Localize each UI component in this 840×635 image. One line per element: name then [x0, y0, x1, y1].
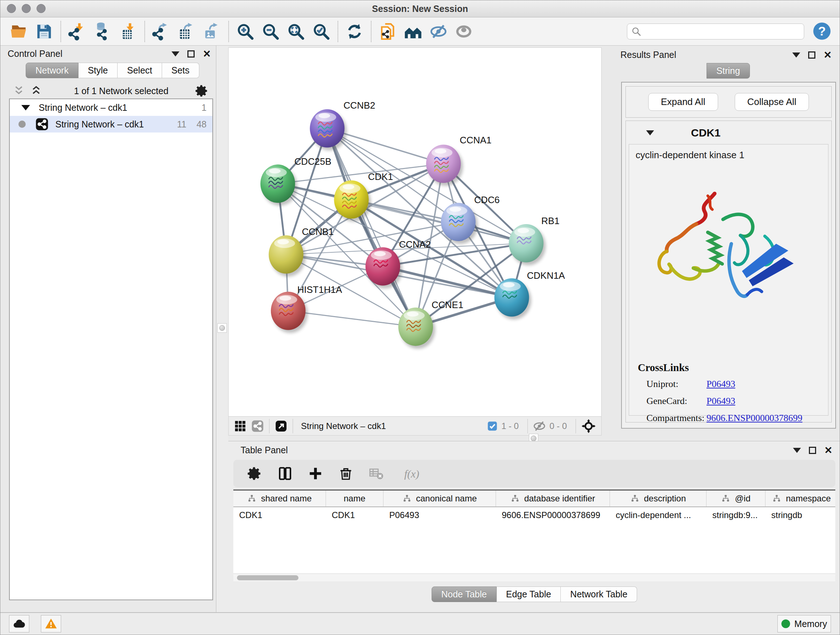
tab-edge-table[interactable]: Edge Table	[497, 586, 561, 602]
import-network-from-database-button[interactable]	[90, 20, 115, 43]
new-network-from-selection-button[interactable]	[375, 20, 401, 43]
column-header-description[interactable]: description	[610, 491, 706, 507]
apply-preferred-layout-button[interactable]	[342, 20, 367, 43]
fit-selected-button[interactable]	[309, 20, 334, 43]
network-node-CCNB2[interactable]: CCNB2	[310, 100, 376, 150]
table-hscrollbar-thumb[interactable]	[237, 575, 298, 580]
export-image-icon	[203, 22, 221, 41]
network-node-CCNE1[interactable]: CCNE1	[398, 300, 463, 349]
tab-network[interactable]: Network	[26, 63, 79, 78]
function-builder-icon: f(x)	[399, 466, 422, 481]
left-splitter-handle[interactable]	[218, 323, 227, 333]
network-node-CDK1[interactable]: CDK1	[334, 172, 393, 222]
crosslink-link[interactable]: P06493	[706, 396, 735, 407]
column-header-namespace[interactable]: namespace	[766, 491, 835, 507]
network-node-CDC6[interactable]: CDC6	[441, 195, 500, 244]
export-network-button[interactable]	[149, 20, 174, 43]
hide-selected-button[interactable]	[426, 20, 451, 43]
delete-column-icon[interactable]	[338, 466, 354, 481]
table-row[interactable]: CDK1CDK1P064939606.ENSP00000378699cyclin…	[233, 507, 835, 524]
cell-canonical-name[interactable]: P06493	[384, 507, 496, 524]
column-header-canonical-name[interactable]: canonical name	[384, 491, 496, 507]
zoom-out-button[interactable]	[258, 20, 283, 43]
network-node-CCNB1[interactable]: CCNB1	[269, 226, 334, 277]
network-row[interactable]: String Network – cdk1 11 48	[10, 116, 212, 133]
column-header-name[interactable]: name	[326, 491, 384, 507]
panel-menu-icon[interactable]	[172, 51, 180, 57]
cytoscape-window: Session: New Session ? Control Panel ✕ N…	[0, 0, 840, 635]
tab-network-table[interactable]: Network Table	[561, 586, 637, 602]
add-column-icon[interactable]	[308, 466, 323, 481]
table-close-icon[interactable]: ✕	[824, 447, 832, 454]
node-label-CDKN1A: CDKN1A	[527, 271, 565, 280]
show-columns-icon[interactable]	[278, 466, 293, 481]
crosslink-label: GeneCard:	[638, 396, 706, 407]
import-table-from-file-button[interactable]	[115, 20, 141, 43]
network-options-gear-icon[interactable]	[195, 84, 209, 98]
cell-name[interactable]: CDK1	[326, 507, 384, 524]
left-splitter[interactable]	[216, 46, 228, 613]
shared-column-icon	[630, 494, 639, 503]
tab-style[interactable]: Style	[79, 63, 118, 78]
column-header-shared-name[interactable]: shared name	[233, 491, 326, 507]
export-image-button[interactable]	[199, 20, 225, 43]
table-float-icon[interactable]	[809, 447, 816, 454]
cloud-button[interactable]	[9, 615, 29, 632]
collapse-all-button[interactable]: Collapse All	[735, 93, 809, 111]
save-session-button[interactable]	[32, 20, 57, 43]
tab-sets[interactable]: Sets	[162, 63, 199, 78]
tab-node-table[interactable]: Node Table	[431, 586, 497, 602]
results-menu-icon[interactable]	[792, 52, 800, 57]
fit-content-button[interactable]	[283, 20, 309, 43]
column-header--id[interactable]: @id	[706, 491, 766, 507]
table-options-gear-icon[interactable]	[247, 466, 262, 481]
birds-eye-view-icon[interactable]	[581, 418, 596, 434]
shared-column-icon	[402, 494, 412, 503]
network-node-CCNA1[interactable]: CCNA1	[426, 135, 492, 186]
memory-button[interactable]: Memory	[777, 615, 831, 632]
network-home-button[interactable]	[401, 20, 426, 43]
results-float-icon[interactable]	[808, 51, 815, 59]
expand-all-icon[interactable]	[30, 85, 42, 97]
hidden-eye-slash-icon	[533, 420, 546, 432]
help-button[interactable]: ?	[812, 22, 832, 41]
network-node-RB1[interactable]: RB1	[508, 216, 559, 265]
import-database-icon	[94, 22, 112, 41]
crosslink-link[interactable]: P06493	[706, 379, 735, 390]
gene-disclosure-icon[interactable]	[646, 130, 654, 135]
panel-close-icon[interactable]: ✕	[202, 50, 211, 57]
export-table-button[interactable]	[174, 20, 199, 43]
expand-all-button[interactable]: Expand All	[648, 93, 718, 111]
open-session-button[interactable]	[6, 20, 32, 43]
zoom-in-button[interactable]	[233, 20, 258, 43]
cell--id[interactable]: stringdb:9...	[706, 507, 766, 524]
search-input[interactable]	[627, 24, 804, 40]
grid-view-icon[interactable]	[234, 420, 247, 432]
toolbar-buttons	[6, 20, 477, 43]
warnings-button[interactable]	[41, 615, 61, 632]
column-header-database-identifier[interactable]: database identifier	[496, 491, 610, 507]
results-close-icon[interactable]: ✕	[823, 51, 832, 59]
network-view-icon[interactable]	[251, 420, 264, 432]
crosslink-row: Compartments:9606.ENSP00000378699	[638, 413, 802, 424]
show-all-button[interactable]	[451, 20, 477, 43]
crosslink-link[interactable]: 9606.ENSP00000378699	[706, 413, 802, 424]
cell-description[interactable]: cyclin-dependent ...	[610, 507, 706, 524]
collection-disclosure-icon[interactable]	[21, 105, 30, 111]
tab-string[interactable]: String	[706, 63, 750, 79]
collapse-all-icon[interactable]	[13, 85, 25, 97]
cell-database-identifier[interactable]: 9606.ENSP00000378699	[496, 507, 610, 524]
network-node-CDKN1A[interactable]: CDKN1A	[494, 271, 565, 320]
network-collection-row[interactable]: String Network – cdk1 1	[10, 99, 212, 116]
network-canvas[interactable]: CCNB2 CCNA1 CDC25B CDK1	[229, 48, 601, 416]
cell-namespace[interactable]: stringdb	[766, 507, 835, 524]
selected-checkbox-icon[interactable]	[487, 421, 498, 432]
panel-float-icon[interactable]	[187, 50, 195, 57]
network-label: String Network – cdk1	[55, 119, 144, 130]
cell-shared-name[interactable]: CDK1	[233, 507, 326, 524]
import-network-from-file-button[interactable]	[65, 20, 90, 43]
table-menu-icon[interactable]	[793, 448, 801, 453]
network-node-HIST1H1A[interactable]: HIST1H1A	[271, 285, 343, 333]
detach-view-icon[interactable]	[275, 420, 287, 432]
tab-select[interactable]: Select	[118, 63, 162, 78]
